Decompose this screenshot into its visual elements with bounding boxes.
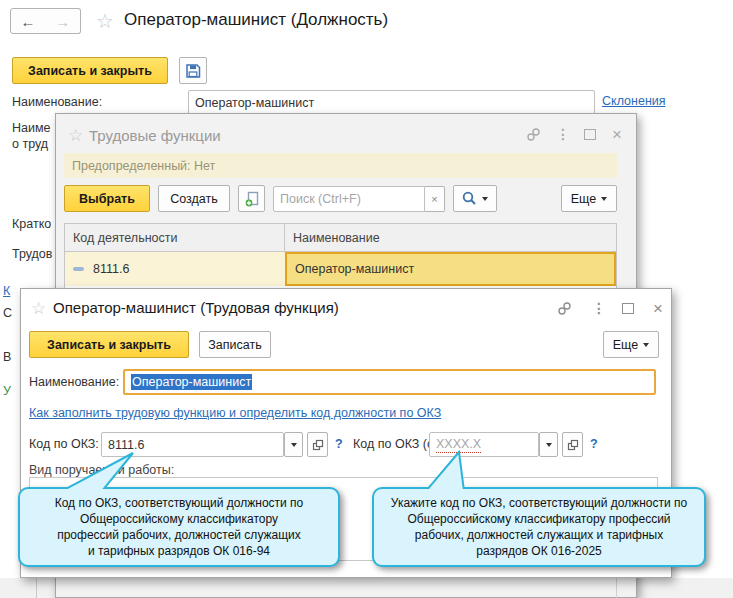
select-button[interactable]: Выбрать — [64, 185, 150, 212]
column-header-name[interactable]: Наименование — [285, 224, 616, 251]
nav-back-button[interactable]: ← — [10, 8, 46, 34]
search-options-button[interactable] — [453, 185, 497, 212]
more-button[interactable]: Еще — [603, 331, 659, 358]
close-icon[interactable]: × — [606, 124, 628, 144]
declensions-link[interactable]: Склонения — [602, 94, 666, 108]
divider — [616, 578, 617, 598]
main-name-input[interactable]: Оператор-машинист — [188, 90, 595, 115]
main-name-label: Наименование: — [12, 95, 102, 109]
clipped-label: Трудов — [12, 247, 54, 261]
table-row[interactable]: 8111.6 Оператор-машинист — [65, 252, 616, 286]
dropdown-caret-icon — [643, 343, 649, 347]
okz-label: Код по ОКЗ: — [29, 437, 99, 451]
favorite-star-icon[interactable]: ☆ — [68, 127, 83, 144]
okz-tooltip: Код по ОКЗ, соответствующий должности по… — [18, 487, 340, 567]
open-form-icon — [567, 439, 579, 451]
okz2026-help-icon[interactable]: ? — [590, 437, 598, 451]
save-button[interactable]: Записать — [199, 331, 271, 358]
okz-dropdown-button[interactable] — [284, 432, 303, 457]
edge-fragment: У — [3, 384, 19, 398]
name-label: Наименование: — [29, 375, 119, 389]
edge-fragment: В — [3, 350, 19, 364]
okz2026-tooltip: Укажите код по ОКЗ, соответствующий долж… — [372, 487, 706, 567]
create-by-copy-button[interactable] — [238, 185, 265, 212]
dropdown-caret-icon — [291, 443, 297, 447]
functions-table: Код деятельности Наименование 8111.6 Опе… — [64, 223, 617, 293]
search-input[interactable]: Поиск (Ctrl+F) — [273, 186, 425, 212]
selected-text: Оператор-машинист — [131, 374, 252, 390]
table-header-row: Код деятельности Наименование — [65, 224, 616, 252]
edge-fragment: К — [3, 284, 19, 298]
more-menu-icon[interactable]: ⋮ — [588, 298, 610, 318]
close-icon[interactable]: × — [647, 298, 669, 318]
forward-arrow-icon: → — [55, 13, 70, 30]
page-title: Оператор-машинист (Должность) — [124, 10, 388, 30]
favorite-star-icon[interactable]: ☆ — [31, 300, 46, 317]
dialog-title: Трудовые функции — [89, 127, 221, 144]
create-button[interactable]: Создать — [158, 185, 230, 212]
back-arrow-icon: ← — [21, 13, 36, 30]
okz2026-open-button[interactable] — [562, 432, 583, 457]
save-button[interactable] — [179, 57, 207, 84]
dropdown-caret-icon — [546, 443, 552, 447]
dropdown-caret-icon — [601, 197, 607, 201]
more-menu-icon[interactable]: ⋮ — [552, 124, 574, 144]
nav-forward-button[interactable]: → — [45, 8, 81, 34]
okz-tooltip-arrow — [60, 451, 140, 489]
cell-name-selected[interactable]: Оператор-машинист — [285, 252, 616, 286]
divider — [36, 578, 37, 598]
dropdown-caret-icon — [482, 197, 488, 201]
copy-document-icon — [244, 191, 260, 207]
floppy-disk-icon — [185, 63, 201, 79]
app-window: ← → ☆ Оператор-машинист (Должность) Запи… — [0, 0, 733, 598]
cell-code[interactable]: 8111.6 — [65, 252, 285, 286]
okz-help-icon[interactable]: ? — [335, 437, 343, 451]
how-to-fill-link[interactable]: Как заполнить трудовую функцию и определ… — [29, 406, 441, 420]
okz2026-dropdown-button[interactable] — [539, 432, 558, 457]
clipped-label: о труд — [12, 137, 54, 151]
search-group: Поиск (Ctrl+F) × — [273, 186, 445, 212]
name-input[interactable]: Оператор-машинист — [123, 369, 656, 395]
okz-open-button[interactable] — [307, 432, 328, 457]
main-save-close-button[interactable]: Записать и закрыть — [12, 57, 168, 84]
okz2026-tooltip-arrow — [420, 450, 480, 489]
maximize-icon[interactable] — [579, 124, 601, 144]
search-clear-button[interactable]: × — [425, 186, 445, 212]
column-header-code[interactable]: Код деятельности — [65, 224, 285, 251]
copy-link-icon[interactable] — [522, 124, 544, 144]
save-close-button[interactable]: Записать и закрыть — [29, 331, 189, 358]
maximize-icon[interactable] — [617, 298, 639, 318]
edge-fragment: С — [3, 306, 19, 320]
item-marker-icon — [73, 267, 84, 271]
clipped-label: Кратко — [12, 217, 54, 231]
favorite-star-icon[interactable]: ☆ — [96, 11, 114, 31]
clipped-label: Наиме — [12, 121, 54, 135]
magnifier-icon — [462, 191, 477, 206]
predefined-info-bar: Предопределенный: Нет — [64, 153, 617, 178]
more-button[interactable]: Еще — [561, 185, 617, 212]
open-form-icon — [312, 439, 324, 451]
copy-link-icon[interactable] — [553, 298, 575, 318]
dialog-title: Оператор-машинист (Трудовая функция) — [53, 299, 339, 316]
